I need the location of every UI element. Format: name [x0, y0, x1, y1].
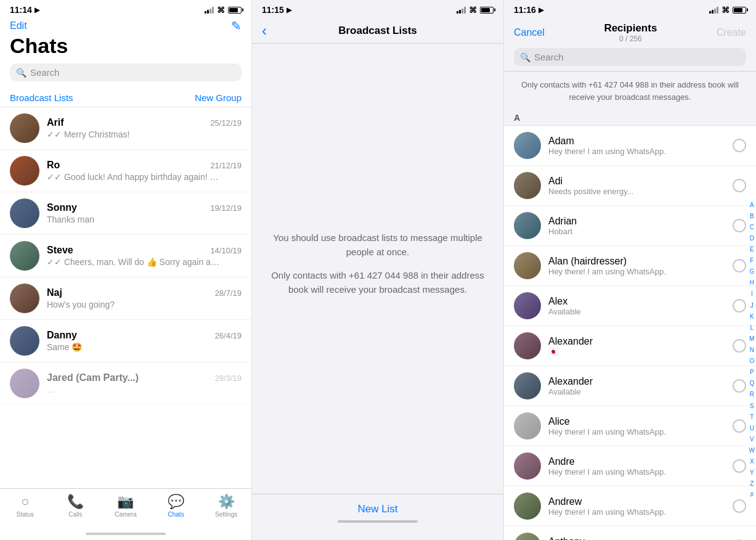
contact-item[interactable]: Andrew Hey there! I am using WhatsApp. — [504, 486, 756, 526]
radio-button[interactable] — [733, 459, 746, 473]
alpha-letter[interactable]: L — [749, 324, 755, 332]
status-bar-icons-2: ⌘ — [457, 6, 494, 15]
alpha-letter[interactable]: J — [749, 301, 755, 309]
wifi-icon-3: ⌘ — [721, 6, 730, 15]
back-button[interactable]: ‹ — [262, 22, 267, 39]
broadcast-footer: New List — [252, 494, 503, 540]
alpha-letter[interactable]: P — [749, 368, 755, 376]
tab-chats[interactable]: 💬 Chats — [151, 491, 201, 520]
contact-info: Andre Hey there! I am using WhatsApp. — [548, 456, 725, 477]
chat-item[interactable]: Arif 25/12/19 ✓✓ Merry Christmas! — [0, 107, 251, 150]
contact-info: Adi Needs positive energy... — [548, 176, 725, 196]
radio-button[interactable] — [733, 259, 746, 272]
radio-button[interactable] — [733, 419, 746, 433]
alpha-letter[interactable]: M — [749, 335, 755, 343]
time-2: 11:15 — [262, 5, 284, 15]
alpha-letter[interactable]: A — [749, 201, 755, 209]
alphabet-index: ABCDEFGHIJKLMNOPQRSTUVWXYZ# — [748, 197, 756, 503]
status-bar-1: 11:14 ▶ ⌘ — [0, 0, 251, 17]
alpha-letter[interactable]: C — [749, 223, 755, 231]
alpha-letter[interactable]: Y — [749, 468, 755, 477]
recipients-header: Cancel Recipients 0 / 256 Create 🔍 Searc… — [504, 17, 756, 72]
alpha-letter[interactable]: S — [749, 402, 755, 410]
radio-button[interactable] — [733, 299, 746, 313]
alpha-letter[interactable]: K — [749, 313, 755, 321]
alpha-letter[interactable]: I — [749, 290, 755, 298]
contact-item[interactable]: Adi Needs positive energy... — [504, 166, 756, 206]
contact-item[interactable]: Alice Hey there! I am using WhatsApp. — [504, 406, 756, 446]
chat-item[interactable]: Ro 21/12/19 ✓✓ Good luck! And happy birt… — [0, 150, 251, 192]
signal-icon-2 — [457, 6, 466, 14]
chat-item[interactable]: Steve 14/10/19 ✓✓ Cheers, man. Will do 👍… — [0, 235, 251, 277]
radio-button[interactable] — [733, 499, 746, 513]
radio-button[interactable] — [733, 219, 746, 232]
contact-item[interactable]: Adam Hey there! I am using WhatsApp. — [504, 126, 756, 166]
tab-settings[interactable]: ⚙️ Settings — [201, 491, 251, 520]
alpha-letter[interactable]: G — [749, 268, 755, 276]
broadcast-lists-link[interactable]: Broadcast Lists — [10, 92, 73, 103]
alpha-letter[interactable]: O — [749, 357, 755, 365]
contact-item[interactable]: Andre Hey there! I am using WhatsApp. — [504, 446, 756, 486]
contact-info: Anthony Commuter. Lotu... — [548, 536, 725, 541]
new-group-link[interactable]: New Group — [195, 92, 242, 103]
compose-icon[interactable]: ✎ — [231, 18, 242, 33]
alpha-letter[interactable]: D — [749, 234, 755, 242]
chat-item[interactable]: Sonny 19/12/19 Thanks man — [0, 192, 251, 235]
create-button[interactable]: Create — [717, 27, 746, 38]
nav-bar-2: ‹ Broadcast Lists — [262, 25, 494, 37]
calls-tab-label: Calls — [68, 511, 82, 518]
chat-date: 19/12/19 — [210, 203, 242, 213]
search-icon-1: 🔍 — [16, 68, 26, 78]
recipients-search[interactable]: 🔍 Search — [514, 48, 746, 66]
alpha-letter[interactable]: Q — [749, 379, 755, 387]
tab-status[interactable]: ○ Status — [0, 491, 51, 520]
chat-item[interactable]: Danny 26/4/19 Same 🤩 — [0, 320, 251, 362]
alpha-letter[interactable]: Z — [749, 480, 755, 488]
radio-button[interactable] — [733, 339, 746, 353]
alpha-letter[interactable]: F — [749, 256, 755, 264]
contact-status: Hey there! I am using WhatsApp. — [548, 507, 725, 517]
status-bar-time-left: 11:14 ▶ — [10, 5, 39, 15]
contact-name: Alexander — [548, 336, 725, 347]
chat-item-partial[interactable]: Jared (Cam Party...) 29/3/19 ... — [0, 362, 251, 405]
radio-button[interactable] — [733, 379, 746, 393]
chat-name-row: Sonny 19/12/19 — [47, 202, 242, 213]
chats-panel: 11:14 ▶ ⌘ Edit ✎ Chats 🔍 Search Broadcas… — [0, 0, 252, 540]
contact-item[interactable]: Alexander 🇯🇵 — [504, 326, 756, 366]
chat-name-row: Jared (Cam Party...) 29/3/19 — [47, 372, 242, 383]
section-header-a: A — [504, 110, 756, 126]
contact-status: Hobart — [548, 227, 725, 236]
new-list-button[interactable]: New List — [357, 503, 397, 515]
tab-calls[interactable]: 📞 Calls — [51, 491, 101, 520]
alpha-letter[interactable]: U — [749, 424, 755, 432]
edit-button[interactable]: Edit — [10, 20, 27, 31]
contact-status: Hey there! I am using WhatsApp. — [548, 267, 725, 276]
radio-button[interactable] — [733, 179, 746, 192]
chat-name-row: Arif 25/12/19 — [47, 117, 242, 128]
alpha-letter[interactable]: R — [749, 390, 755, 398]
alpha-letter[interactable]: T — [749, 413, 755, 421]
alpha-letter[interactable]: B — [749, 212, 755, 220]
status-tab-icon: ○ — [21, 494, 29, 510]
alpha-letter[interactable]: E — [749, 245, 755, 253]
alpha-letter[interactable]: V — [749, 435, 755, 443]
alpha-letter[interactable]: N — [749, 346, 755, 354]
contact-status: Hey there! I am using WhatsApp. — [548, 467, 725, 477]
radio-button[interactable] — [733, 139, 746, 152]
alpha-letter[interactable]: H — [749, 279, 755, 287]
contact-item[interactable]: Adrian Hobart — [504, 206, 756, 246]
alpha-letter[interactable]: W — [749, 446, 755, 454]
contact-info: Andrew Hey there! I am using WhatsApp. — [548, 496, 725, 517]
alpha-letter[interactable]: # — [749, 491, 755, 499]
contact-item[interactable]: Alex Available — [504, 286, 756, 326]
chat-date: 25/12/19 — [210, 118, 242, 128]
contact-item[interactable]: Alexander Available — [504, 366, 756, 406]
cancel-button[interactable]: Cancel — [514, 27, 545, 38]
tab-camera[interactable]: 📷 Camera — [100, 491, 151, 520]
chat-preview: ✓✓ Merry Christmas! — [47, 129, 219, 139]
search-bar-1[interactable]: 🔍 Search — [10, 63, 242, 81]
alpha-letter[interactable]: X — [749, 457, 755, 465]
contact-item[interactable]: Alan (hairdresser) Hey there! I am using… — [504, 246, 756, 286]
contact-item[interactable]: Anthony Commuter. Lotu... — [504, 526, 756, 540]
chat-item[interactable]: Naj 28/7/19 How's you going? — [0, 277, 251, 320]
